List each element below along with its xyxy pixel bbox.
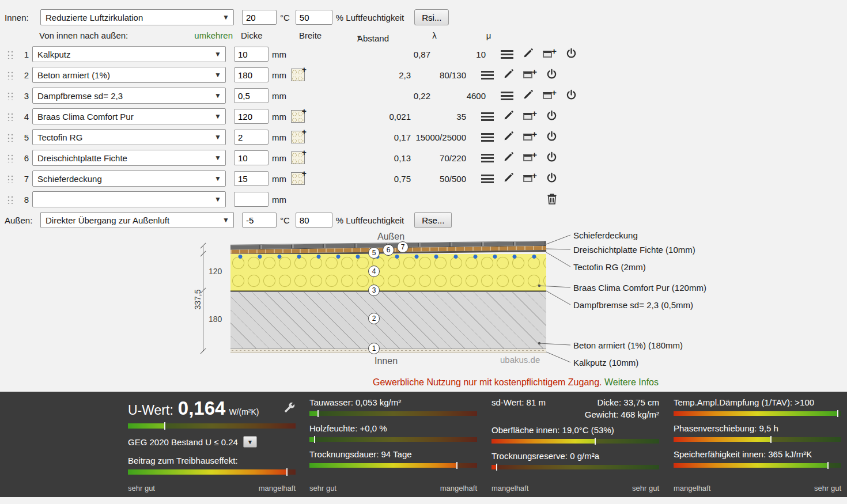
add-layer-icon[interactable]: + [523, 69, 537, 81]
menu-icon[interactable] [481, 154, 494, 162]
layer-row-empty: 8 ▼ mm [0, 189, 847, 210]
menu-icon[interactable] [481, 112, 494, 121]
thickness-input[interactable] [234, 192, 269, 207]
speicherfaehigkeit-label: Speicherfähigkeit innen: 365 kJ/m²K [674, 449, 841, 459]
texture-add-icon[interactable] [291, 151, 305, 164]
inside-surface-select[interactable]: Reduzierte Luftzirkulation ▼ [40, 9, 234, 25]
outside-humidity-unit: % Luftfeuchtigkeit [336, 215, 404, 225]
heat-protection-column: Temp.Ampl.Dämpfung (1/TAV): >100 Phasenv… [674, 397, 841, 497]
drag-handle-icon[interactable] [7, 91, 14, 100]
direction-label: Von innen nach außen: [39, 31, 128, 40]
material-select[interactable]: Schieferdeckung▼ [32, 170, 226, 187]
power-toggle-icon[interactable] [566, 89, 577, 102]
texture-add-icon[interactable] [291, 110, 305, 123]
rse-button[interactable]: Rse... [414, 212, 452, 228]
weitere-infos-link[interactable]: Weitere Infos [604, 377, 659, 387]
power-toggle-icon[interactable] [546, 110, 557, 123]
layer-marker: 5 [368, 247, 380, 259]
layer-marker: 1 [368, 343, 380, 354]
thickness-input[interactable] [234, 47, 269, 62]
outside-label: Außen: [5, 215, 37, 225]
edit-pencil-icon[interactable] [503, 172, 514, 185]
power-toggle-icon[interactable] [546, 69, 557, 81]
scale-label-right: mangelhaft [440, 484, 477, 492]
edit-pencil-icon[interactable] [503, 131, 514, 143]
material-select[interactable]: Dampfbremse sd= 2,3▼ [32, 88, 226, 104]
lambda-header: λ [426, 31, 443, 40]
lambda-value: 0,17 [305, 132, 411, 142]
surface-column: sd-Wert: 81 m Dicke: 33,75 cm Gewicht: 4… [491, 397, 659, 497]
add-layer-icon[interactable]: + [543, 90, 557, 101]
menu-icon[interactable] [501, 92, 513, 100]
thickness-input[interactable] [234, 171, 269, 186]
scale-label-right: sehr gut [814, 484, 841, 492]
reverse-link[interactable]: umkehren [194, 31, 233, 40]
inside-label: Innen: [5, 13, 37, 22]
material-select[interactable]: Beton armiert (1%)▼ [32, 67, 226, 83]
license-notice: Gewerbliche Nutzung nur mit kostenpflich… [0, 376, 847, 392]
thickness-input[interactable] [234, 150, 269, 165]
total-dimension: 337,5 [193, 289, 202, 309]
thickness-input[interactable] [234, 109, 269, 124]
drag-handle-icon[interactable] [7, 195, 14, 204]
drag-handle-icon[interactable] [7, 70, 14, 79]
menu-icon[interactable] [481, 175, 494, 183]
texture-add-icon[interactable] [291, 131, 305, 143]
edit-pencil-icon[interactable] [503, 69, 514, 81]
texture-add-icon[interactable] [291, 69, 305, 81]
add-layer-icon[interactable]: + [523, 111, 537, 122]
ghg-scale-bar [128, 469, 296, 475]
drag-handle-icon[interactable] [7, 50, 14, 59]
inside-side-label: Innen [375, 356, 398, 366]
wrench-icon[interactable] [283, 401, 296, 416]
outside-temp-input[interactable] [242, 213, 277, 228]
thickness-input[interactable] [234, 88, 269, 103]
edit-pencil-icon[interactable] [523, 89, 534, 102]
drag-handle-icon[interactable] [7, 174, 14, 183]
mu-value: 50/500 [411, 174, 466, 184]
thickness-unit: mm [272, 50, 286, 59]
add-layer-icon[interactable]: + [523, 152, 537, 164]
lambda-value: 0,87 [305, 50, 430, 59]
inside-temp-input[interactable] [242, 10, 277, 25]
geg-dropdown[interactable]: ▼ [243, 436, 257, 448]
inside-humidity-input[interactable] [296, 10, 332, 25]
outside-humidity-input[interactable] [296, 213, 332, 228]
trash-icon[interactable] [547, 193, 557, 206]
power-toggle-icon[interactable] [546, 131, 557, 143]
edit-pencil-icon[interactable] [523, 48, 534, 60]
trocknungsreserve-label: Trocknungsreserve: 0 g/m²a [491, 451, 659, 461]
thickness-unit: mm [272, 91, 286, 101]
material-select[interactable]: Kalkputz▼ [32, 46, 226, 62]
material-select[interactable]: Tectofin RG▼ [32, 129, 226, 145]
drag-handle-icon[interactable] [7, 112, 14, 121]
layer-row: 3 Dampfbremse sd= 2,3▼ mm 0,22 4600 + [0, 85, 847, 106]
outside-surface-select[interactable]: Direkter Übergang zur Außenluft ▼ [40, 212, 234, 228]
drag-handle-icon[interactable] [7, 153, 14, 162]
thickness-unit: mm [272, 70, 286, 80]
add-layer-icon[interactable]: + [543, 48, 557, 60]
rsi-button[interactable]: Rsi... [414, 9, 449, 25]
inside-temp-unit: °C [280, 13, 290, 22]
power-toggle-icon[interactable] [546, 172, 557, 185]
power-toggle-icon[interactable] [566, 48, 577, 60]
texture-add-icon[interactable] [291, 172, 305, 185]
add-layer-icon[interactable]: + [523, 173, 537, 184]
scale-label-left: mangelhaft [674, 484, 710, 492]
edit-pencil-icon[interactable] [503, 110, 514, 123]
material-select[interactable]: ▼ [32, 191, 226, 207]
power-toggle-icon[interactable] [546, 151, 557, 164]
menu-icon[interactable] [501, 50, 513, 59]
outside-temp-unit: °C [280, 215, 290, 225]
drag-handle-icon[interactable] [7, 132, 14, 142]
add-layer-icon[interactable]: + [523, 131, 537, 143]
menu-icon[interactable] [481, 133, 494, 142]
material-select[interactable]: Dreischichtplatte Fichte▼ [32, 150, 226, 166]
thickness-input[interactable] [234, 130, 269, 145]
chevron-down-icon: ▼ [214, 50, 221, 58]
thickness-input[interactable] [234, 67, 269, 82]
oberflaeche-label: Oberfläche innen: 19,0°C (53%) [491, 425, 659, 435]
edit-pencil-icon[interactable] [503, 151, 514, 164]
material-select[interactable]: Braas Clima Comfort Pur▼ [32, 108, 226, 124]
menu-icon[interactable] [481, 71, 494, 79]
